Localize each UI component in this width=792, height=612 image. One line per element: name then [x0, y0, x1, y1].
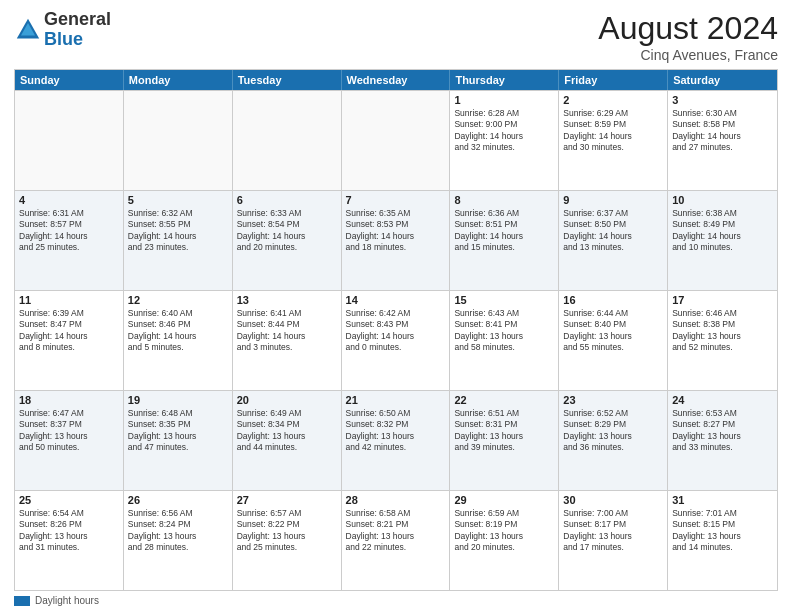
cell-info: Sunrise: 6:44 AM Sunset: 8:40 PM Dayligh…: [563, 308, 663, 354]
cell-info: Sunrise: 6:49 AM Sunset: 8:34 PM Dayligh…: [237, 408, 337, 454]
calendar-cell: 22Sunrise: 6:51 AM Sunset: 8:31 PM Dayli…: [450, 391, 559, 490]
cell-info: Sunrise: 6:56 AM Sunset: 8:24 PM Dayligh…: [128, 508, 228, 554]
calendar-row: 18Sunrise: 6:47 AM Sunset: 8:37 PM Dayli…: [15, 390, 777, 490]
cell-info: Sunrise: 6:40 AM Sunset: 8:46 PM Dayligh…: [128, 308, 228, 354]
day-number: 16: [563, 294, 663, 306]
day-number: 31: [672, 494, 773, 506]
calendar-header-cell: Thursday: [450, 70, 559, 90]
cell-info: Sunrise: 6:46 AM Sunset: 8:38 PM Dayligh…: [672, 308, 773, 354]
calendar-cell: 4Sunrise: 6:31 AM Sunset: 8:57 PM Daylig…: [15, 191, 124, 290]
day-number: 4: [19, 194, 119, 206]
calendar-cell: 10Sunrise: 6:38 AM Sunset: 8:49 PM Dayli…: [668, 191, 777, 290]
cell-info: Sunrise: 6:53 AM Sunset: 8:27 PM Dayligh…: [672, 408, 773, 454]
calendar-header-cell: Wednesday: [342, 70, 451, 90]
cell-info: Sunrise: 7:00 AM Sunset: 8:17 PM Dayligh…: [563, 508, 663, 554]
header: General Blue August 2024 Cinq Avenues, F…: [14, 10, 778, 63]
day-number: 13: [237, 294, 337, 306]
day-number: 3: [672, 94, 773, 106]
calendar-cell: 7Sunrise: 6:35 AM Sunset: 8:53 PM Daylig…: [342, 191, 451, 290]
day-number: 7: [346, 194, 446, 206]
calendar-cell: 11Sunrise: 6:39 AM Sunset: 8:47 PM Dayli…: [15, 291, 124, 390]
day-number: 22: [454, 394, 554, 406]
day-number: 29: [454, 494, 554, 506]
cell-info: Sunrise: 6:43 AM Sunset: 8:41 PM Dayligh…: [454, 308, 554, 354]
calendar-cell: 14Sunrise: 6:42 AM Sunset: 8:43 PM Dayli…: [342, 291, 451, 390]
calendar-cell: [233, 91, 342, 190]
calendar-cell: 6Sunrise: 6:33 AM Sunset: 8:54 PM Daylig…: [233, 191, 342, 290]
calendar: SundayMondayTuesdayWednesdayThursdayFrid…: [14, 69, 778, 591]
day-number: 10: [672, 194, 773, 206]
logo-general: General: [44, 9, 111, 29]
calendar-cell: 24Sunrise: 6:53 AM Sunset: 8:27 PM Dayli…: [668, 391, 777, 490]
day-number: 2: [563, 94, 663, 106]
cell-info: Sunrise: 6:41 AM Sunset: 8:44 PM Dayligh…: [237, 308, 337, 354]
day-number: 11: [19, 294, 119, 306]
day-number: 25: [19, 494, 119, 506]
cell-info: Sunrise: 6:50 AM Sunset: 8:32 PM Dayligh…: [346, 408, 446, 454]
day-number: 5: [128, 194, 228, 206]
calendar-cell: 31Sunrise: 7:01 AM Sunset: 8:15 PM Dayli…: [668, 491, 777, 590]
day-number: 9: [563, 194, 663, 206]
day-number: 17: [672, 294, 773, 306]
daylight-swatch: [14, 596, 30, 606]
calendar-row: 1Sunrise: 6:28 AM Sunset: 9:00 PM Daylig…: [15, 90, 777, 190]
cell-info: Sunrise: 6:59 AM Sunset: 8:19 PM Dayligh…: [454, 508, 554, 554]
cell-info: Sunrise: 6:28 AM Sunset: 9:00 PM Dayligh…: [454, 108, 554, 154]
day-number: 12: [128, 294, 228, 306]
calendar-cell: 18Sunrise: 6:47 AM Sunset: 8:37 PM Dayli…: [15, 391, 124, 490]
cell-info: Sunrise: 6:39 AM Sunset: 8:47 PM Dayligh…: [19, 308, 119, 354]
day-number: 21: [346, 394, 446, 406]
calendar-cell: [342, 91, 451, 190]
calendar-cell: 8Sunrise: 6:36 AM Sunset: 8:51 PM Daylig…: [450, 191, 559, 290]
calendar-cell: 27Sunrise: 6:57 AM Sunset: 8:22 PM Dayli…: [233, 491, 342, 590]
calendar-cell: 9Sunrise: 6:37 AM Sunset: 8:50 PM Daylig…: [559, 191, 668, 290]
cell-info: Sunrise: 7:01 AM Sunset: 8:15 PM Dayligh…: [672, 508, 773, 554]
cell-info: Sunrise: 6:42 AM Sunset: 8:43 PM Dayligh…: [346, 308, 446, 354]
cell-info: Sunrise: 6:47 AM Sunset: 8:37 PM Dayligh…: [19, 408, 119, 454]
calendar-header-cell: Tuesday: [233, 70, 342, 90]
cell-info: Sunrise: 6:32 AM Sunset: 8:55 PM Dayligh…: [128, 208, 228, 254]
day-number: 19: [128, 394, 228, 406]
month-year: August 2024: [598, 10, 778, 47]
calendar-cell: 16Sunrise: 6:44 AM Sunset: 8:40 PM Dayli…: [559, 291, 668, 390]
calendar-row: 25Sunrise: 6:54 AM Sunset: 8:26 PM Dayli…: [15, 490, 777, 590]
calendar-cell: 26Sunrise: 6:56 AM Sunset: 8:24 PM Dayli…: [124, 491, 233, 590]
day-number: 6: [237, 194, 337, 206]
calendar-cell: 21Sunrise: 6:50 AM Sunset: 8:32 PM Dayli…: [342, 391, 451, 490]
calendar-cell: 1Sunrise: 6:28 AM Sunset: 9:00 PM Daylig…: [450, 91, 559, 190]
day-number: 28: [346, 494, 446, 506]
day-number: 26: [128, 494, 228, 506]
cell-info: Sunrise: 6:29 AM Sunset: 8:59 PM Dayligh…: [563, 108, 663, 154]
calendar-row: 11Sunrise: 6:39 AM Sunset: 8:47 PM Dayli…: [15, 290, 777, 390]
calendar-cell: 3Sunrise: 6:30 AM Sunset: 8:58 PM Daylig…: [668, 91, 777, 190]
cell-info: Sunrise: 6:48 AM Sunset: 8:35 PM Dayligh…: [128, 408, 228, 454]
footer: Daylight hours: [14, 591, 778, 606]
calendar-cell: 5Sunrise: 6:32 AM Sunset: 8:55 PM Daylig…: [124, 191, 233, 290]
day-number: 18: [19, 394, 119, 406]
cell-info: Sunrise: 6:36 AM Sunset: 8:51 PM Dayligh…: [454, 208, 554, 254]
calendar-header-cell: Saturday: [668, 70, 777, 90]
calendar-header-cell: Friday: [559, 70, 668, 90]
logo-icon: [14, 16, 42, 44]
calendar-body: 1Sunrise: 6:28 AM Sunset: 9:00 PM Daylig…: [15, 90, 777, 590]
cell-info: Sunrise: 6:58 AM Sunset: 8:21 PM Dayligh…: [346, 508, 446, 554]
day-number: 27: [237, 494, 337, 506]
calendar-cell: 20Sunrise: 6:49 AM Sunset: 8:34 PM Dayli…: [233, 391, 342, 490]
calendar-cell: 30Sunrise: 7:00 AM Sunset: 8:17 PM Dayli…: [559, 491, 668, 590]
day-number: 15: [454, 294, 554, 306]
cell-info: Sunrise: 6:57 AM Sunset: 8:22 PM Dayligh…: [237, 508, 337, 554]
daylight-label: Daylight hours: [35, 595, 99, 606]
location: Cinq Avenues, France: [598, 47, 778, 63]
calendar-cell: 13Sunrise: 6:41 AM Sunset: 8:44 PM Dayli…: [233, 291, 342, 390]
calendar-cell: 29Sunrise: 6:59 AM Sunset: 8:19 PM Dayli…: [450, 491, 559, 590]
day-number: 30: [563, 494, 663, 506]
cell-info: Sunrise: 6:33 AM Sunset: 8:54 PM Dayligh…: [237, 208, 337, 254]
day-number: 1: [454, 94, 554, 106]
day-number: 14: [346, 294, 446, 306]
calendar-cell: [15, 91, 124, 190]
calendar-cell: 17Sunrise: 6:46 AM Sunset: 8:38 PM Dayli…: [668, 291, 777, 390]
day-number: 8: [454, 194, 554, 206]
day-number: 23: [563, 394, 663, 406]
cell-info: Sunrise: 6:37 AM Sunset: 8:50 PM Dayligh…: [563, 208, 663, 254]
day-number: 24: [672, 394, 773, 406]
